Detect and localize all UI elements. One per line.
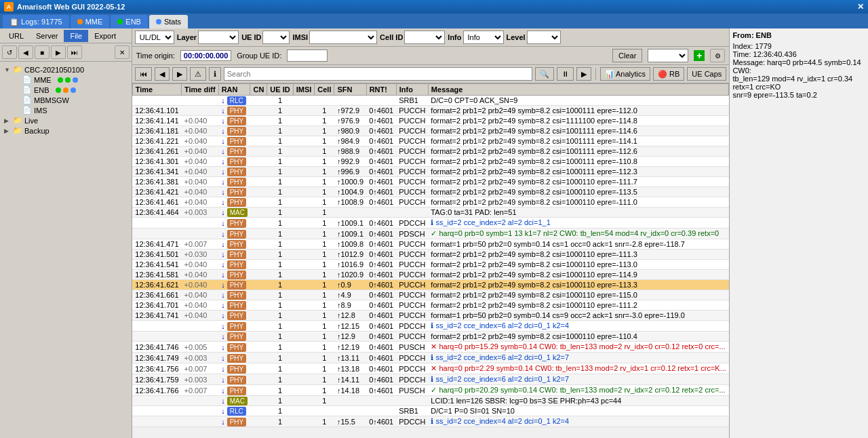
add-button[interactable]: + (694, 50, 705, 61)
table-row[interactable]: 12:36:41.756 +0.007 ↓ PHY 1 1 ↑13.18 0↑4… (132, 363, 729, 374)
col-info: Info (396, 84, 428, 96)
tree-item-ims[interactable]: 📄 IMS (3, 105, 129, 115)
clear-button[interactable]: Clear (612, 49, 642, 62)
level-select[interactable] (527, 31, 561, 44)
tree-item-live[interactable]: ▶ 📁 Live (3, 115, 129, 125)
table-row[interactable]: 12:36:41.766 +0.007 ↓ PHY 1 1 ↑14.18 0↑4… (132, 385, 729, 396)
time-format-select[interactable] (648, 49, 688, 62)
menu-url[interactable]: URL (3, 30, 30, 42)
table-row[interactable]: 12:36:41.421 +0.040 ↓ PHY 1 1 ↑1004.9 0↑… (132, 187, 729, 197)
table-row[interactable]: 12:36:41.101 ↓ PHY 1 1 ↑972.9 0↑4601 PUC… (132, 106, 729, 116)
enb-dot3 (71, 87, 76, 93)
table-row[interactable]: 12:36:41.141 +0.040 ↓ PHY 1 1 ↑976.9 0↑4… (132, 116, 729, 126)
nav-prev-button[interactable]: ◀ (155, 67, 170, 81)
cell-rnti: 0↑4601 (366, 197, 396, 207)
cell-time: 12:36:41.421 (132, 187, 181, 197)
table-row[interactable]: 12:36:41.381 +0.040 ↓ PHY 1 1 ↑1000.9 0↑… (132, 177, 729, 187)
table-row[interactable]: 12:36:41.301 +0.040 ↓ PHY 1 1 ↑992.9 0↑4… (132, 157, 729, 167)
nav-next-button[interactable]: ▶ (172, 67, 187, 81)
table-row[interactable]: 12:36:41.759 +0.003 ↓ PHY 1 1 ↑14.11 0↑4… (132, 374, 729, 385)
table-row[interactable]: ↓ RLC 1 SRB1 D/C=1 P=0 SI=01 SN=10 (132, 406, 729, 416)
search-play-button[interactable]: ▶ (576, 67, 591, 81)
table-row[interactable]: 12:36:41.581 +0.040 ↓ PHY 1 1 ↑1020.9 0↑… (132, 270, 729, 280)
tree-item-cbc[interactable]: ▼ 📁 CBC-2021050100 (3, 64, 129, 75)
cell-ran: ↓ PHY (218, 197, 250, 207)
search-input[interactable] (224, 67, 532, 81)
table-row[interactable]: 12:36:41.661 +0.040 ↓ PHY 1 1 ↑4.9 0↑460… (132, 290, 729, 300)
table-row[interactable]: ↓ PHY 1 1 ↑1009.1 0↑4601 PDCCH ℹ ss_id=2… (132, 218, 729, 228)
table-row[interactable]: 12:36:41.749 +0.003 ↓ PHY 1 1 ↑13.11 0↑4… (132, 353, 729, 363)
table-row[interactable]: ↓ PHY 1 1 ↑15.5 0↑4601 PDCCH ℹ ss_id=2 c… (132, 416, 729, 427)
sidebar-stop-button[interactable]: ■ (35, 45, 50, 59)
search-icon-button[interactable]: 🔍 (535, 67, 554, 81)
cell-cell: 1 (315, 157, 334, 167)
cell-cell: 1 (315, 250, 334, 260)
info-select[interactable]: Info (463, 31, 504, 44)
table-row[interactable]: 12:36:41.541 +0.040 ↓ PHY 1 1 ↑1016.9 0↑… (132, 260, 729, 270)
cell-cell: 1 (315, 416, 334, 427)
uldl-select[interactable]: UL/DL UL DL (135, 31, 174, 44)
table-row[interactable]: 12:36:41.741 +0.040 ↓ PHY 1 1 ↑12.8 0↑46… (132, 311, 729, 321)
table-row[interactable]: ↓ PHY 1 1 ↑12.15 0↑4601 PDCCH ℹ ss_id=2 … (132, 321, 729, 332)
menu-server[interactable]: Server (30, 30, 64, 42)
table-row[interactable]: ↓ PHY 1 1 ↑1009.1 0↑4601 PDSCH ✓ harq=0 … (132, 228, 729, 239)
sidebar-prev-button[interactable]: ◀ (18, 45, 33, 59)
menu-file[interactable]: File (64, 30, 88, 42)
table-row[interactable]: 12:36:41.181 +0.040 ↓ PHY 1 1 ↑980.9 0↑4… (132, 126, 729, 136)
table-row[interactable]: ↓ RLC 1 SRB1 D/C=0 CPT=0 ACK_SN=9 (132, 96, 729, 106)
cell-time (132, 321, 181, 332)
sidebar-close-button[interactable]: ✕ (115, 45, 130, 59)
analytics-button[interactable]: 📊 Analytics (600, 67, 650, 81)
table-row[interactable]: 12:36:41.341 +0.040 ↓ PHY 1 1 ↑996.9 0↑4… (132, 167, 729, 177)
table-row[interactable]: 12:36:41.461 +0.040 ↓ PHY 1 1 ↑1008.9 0↑… (132, 197, 729, 207)
table-row[interactable]: 12:36:41.621 +0.040 ↓ PHY 1 1 ↑0.9 0↑460… (132, 280, 729, 290)
tab-logs[interactable]: 📋 Logs: 91775 (3, 15, 69, 28)
rb-button[interactable]: 🔴 RB (653, 67, 684, 81)
cell-time: 12:36:41.301 (132, 157, 181, 167)
nav-warn-button[interactable]: ⚠ (190, 67, 206, 81)
nav-first-button[interactable]: ⏮ (135, 67, 152, 81)
cellid-select[interactable] (404, 31, 445, 44)
table-row[interactable]: ↓ MAC 1 1 LCID:1 len=126 SBSR: lcg=0 bs=… (132, 396, 729, 406)
table-row[interactable]: 12:36:41.471 +0.007 ↓ PHY 1 1 ↑1009.8 0↑… (132, 239, 729, 250)
tab-mme[interactable]: MME (71, 15, 110, 28)
close-button[interactable]: ✕ (857, 2, 864, 12)
cell-rnti: 0↑4601 (366, 374, 396, 385)
options-button[interactable]: ⚙ (710, 49, 725, 62)
table-row[interactable]: 12:36:41.464 +0.003 ↓ MAC 1 1 TAG:0 ta=3… (132, 207, 729, 218)
cell-imsi (293, 136, 315, 146)
tree-item-backup[interactable]: ▶ 📁 Backup (3, 125, 129, 136)
cell-rnti: 0↑4601 (366, 363, 396, 374)
table-row[interactable]: 12:36:41.261 +0.040 ↓ PHY 1 1 ↑988.9 0↑4… (132, 146, 729, 157)
searchbar: ⏮ ◀ ▶ ⚠ ℹ 🔍 ⏸ ▶ 📊 Analytics 🔴 RB UE Caps (132, 65, 730, 83)
sidebar-refresh-button[interactable]: ↺ (2, 45, 17, 59)
cell-sfn (334, 406, 366, 416)
tree-item-enb[interactable]: 📄 ENB (3, 85, 129, 95)
layer-select[interactable] (198, 31, 239, 44)
table-row[interactable]: 12:36:41.746 +0.005 ↓ PHY 1 1 ↑12.19 0↑4… (132, 342, 729, 353)
search-pause-button[interactable]: ⏸ (557, 67, 574, 81)
tree-item-mme[interactable]: 📄 MME (3, 75, 129, 85)
group-ueid-input[interactable] (287, 49, 328, 62)
sidebar-play-button[interactable]: ▶ (51, 45, 66, 59)
cell-cn (250, 280, 267, 290)
cell-info: SRB1 (396, 406, 428, 416)
table-row[interactable]: 12:36:41.701 +0.040 ↓ PHY 1 1 ↑8.9 0↑460… (132, 300, 729, 311)
imsi-select[interactable] (309, 31, 377, 44)
cell-info: PUCCH (396, 197, 428, 207)
table-row[interactable]: 12:36:41.221 +0.040 ↓ PHY 1 1 ↑984.9 0↑4… (132, 136, 729, 146)
tab-stats[interactable]: Stats (149, 15, 188, 28)
table-row[interactable]: 12:36:41.501 +0.030 ↓ PHY 1 1 ↑1012.9 0↑… (132, 250, 729, 260)
table-container[interactable]: Time Time diff RAN CN UE ID IMSI Cell SF… (132, 83, 730, 438)
menu-export[interactable]: Export (88, 30, 122, 42)
cell-ueid: 1 (267, 167, 293, 177)
sidebar-fast-button[interactable]: ⏭ (67, 45, 82, 59)
table-row[interactable]: ↓ PHY 1 1 ↑12.9 0↑4601 PUCCH format=2 pr… (132, 332, 729, 342)
nav-info-button[interactable]: ℹ (209, 67, 221, 81)
cell-ran: ↓ PHY (218, 363, 250, 374)
tree-item-mbmsgw[interactable]: 📄 MBMSGW (3, 95, 129, 105)
uecaps-button[interactable]: UE Caps (687, 67, 726, 81)
tab-enb[interactable]: ENB (111, 15, 148, 28)
ueid-select[interactable] (262, 31, 290, 44)
cell-message: format=1 prb=50 prb2=0 symb=0.14 cs=1 oc… (428, 239, 729, 250)
